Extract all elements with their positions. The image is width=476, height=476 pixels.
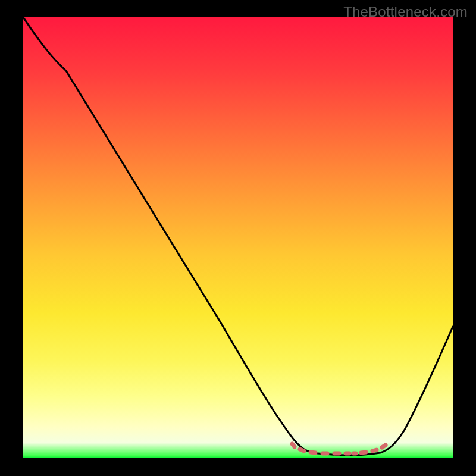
bottleneck-curve bbox=[23, 17, 453, 455]
svg-line-2 bbox=[311, 452, 315, 453]
plot-area bbox=[23, 17, 453, 458]
svg-line-0 bbox=[292, 444, 295, 447]
bottleneck-curve-svg bbox=[23, 17, 453, 458]
optimal-band-marker bbox=[292, 444, 386, 453]
svg-line-8 bbox=[372, 450, 377, 451]
chart-frame: TheBottleneck.com bbox=[0, 0, 476, 476]
svg-line-7 bbox=[361, 452, 366, 453]
watermark-text: TheBottleneck.com bbox=[343, 4, 468, 20]
svg-line-9 bbox=[382, 445, 386, 447]
svg-line-1 bbox=[300, 449, 304, 451]
